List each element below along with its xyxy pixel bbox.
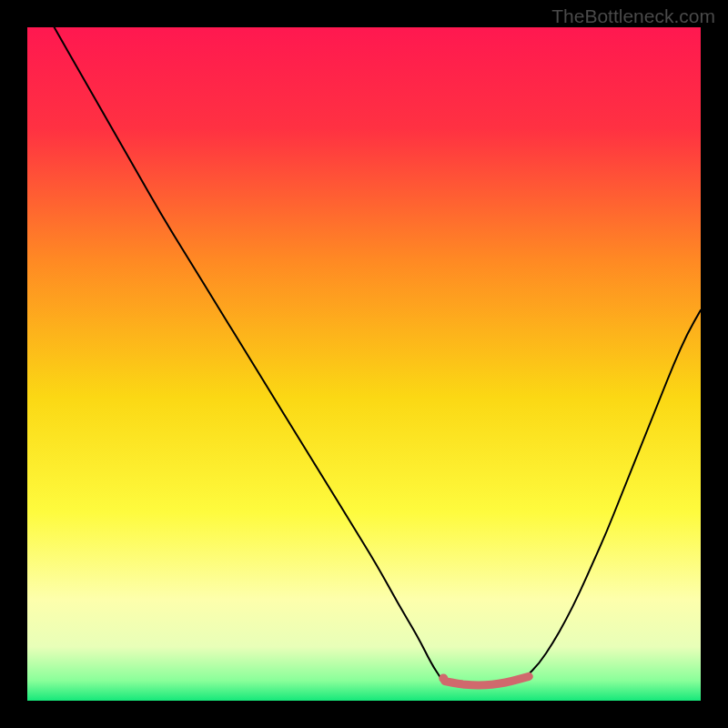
chart-background bbox=[27, 27, 701, 701]
optimal-point bbox=[439, 674, 448, 683]
chart-plot-area bbox=[27, 27, 701, 701]
watermark-text: TheBottleneck.com bbox=[551, 5, 715, 27]
chart-svg bbox=[27, 27, 701, 701]
